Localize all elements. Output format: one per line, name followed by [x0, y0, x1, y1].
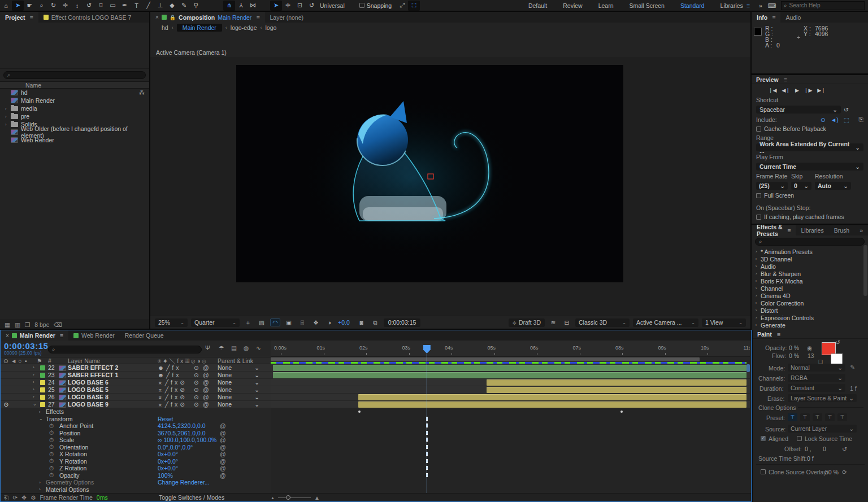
property-pick-whip-icon[interactable]: @ — [220, 458, 226, 465]
clone-preset-2-button[interactable]: ⊤ — [800, 413, 810, 421]
roto-brush-tool[interactable]: ✎ — [178, 1, 190, 11]
layer-label-chip[interactable] — [40, 365, 45, 370]
layer-switches[interactable]: ⌅╱fx⊘ — [158, 401, 187, 408]
property-pick-whip-icon[interactable]: @ — [220, 444, 226, 451]
layer-row[interactable]: ›26LOGO BASE 8⌅╱fx⊘⊙@None⌄ — [1, 394, 271, 401]
property-pick-whip-icon[interactable]: @ — [220, 465, 226, 472]
mask-rect-tool[interactable]: ▭ — [107, 1, 119, 11]
chevron-right-icon[interactable]: › — [754, 286, 758, 291]
property-pick-whip-icon[interactable]: @ — [220, 430, 226, 436]
motion-blur-switch-icon[interactable]: ⊙ — [194, 379, 199, 386]
interpret-footage-icon[interactable]: ▥ — [15, 321, 20, 328]
layer-label-chip[interactable] — [40, 373, 45, 378]
workspace-review[interactable]: Review — [555, 2, 590, 9]
zoom-out-icon[interactable]: ▲ — [271, 496, 275, 500]
panel-menu-icon[interactable]: ≡ — [784, 76, 787, 83]
snapshot-icon[interactable]: ◙ — [357, 319, 367, 326]
project-search-box[interactable]: ⌕ — [3, 71, 146, 79]
resolution-dropdown[interactable]: Quarter⌄ — [191, 318, 240, 327]
overlay-blend-icon[interactable]: ⟳ — [842, 469, 847, 475]
layer-label-chip[interactable] — [40, 395, 45, 400]
effects-category[interactable]: ›Generate — [752, 321, 868, 329]
play-from-dropdown[interactable]: Current Time⌄ — [756, 163, 863, 171]
work-area-bar[interactable] — [271, 357, 700, 361]
snap-along-edges-icon[interactable]: ⤢ — [396, 1, 408, 11]
effects-search-input[interactable] — [765, 239, 861, 245]
region-of-interest-icon[interactable]: ▣ — [284, 319, 294, 326]
layer-name[interactable]: LOGO BASE 8 — [68, 394, 108, 400]
layer-switches[interactable]: ⌅╱fx⊘ — [158, 394, 187, 400]
play-button[interactable]: ▶ — [795, 88, 799, 93]
property-row[interactable]: ⏱Orientation0.0°,0.0°,0.0°@ — [1, 444, 271, 451]
toggle-switches-modes-button[interactable]: Toggle Switches / Modes — [159, 494, 224, 501]
zoom-slider-thumb[interactable] — [286, 495, 290, 500]
timeline-search-input[interactable] — [58, 347, 198, 353]
reset-icon[interactable]: ↺ — [844, 106, 849, 113]
parent-link-dropdown[interactable]: None⌄ — [218, 394, 259, 400]
workspace-overflow-chevron[interactable]: » — [759, 2, 762, 9]
property-row[interactable]: ⌄TransformReset — [1, 416, 271, 423]
last-frame-button[interactable]: ▶❘ — [817, 88, 825, 93]
channel-icon[interactable]: ❖ — [311, 319, 321, 326]
move-time-checkbox[interactable] — [756, 224, 761, 224]
eyedropper-icon[interactable]: ✎ — [850, 364, 855, 370]
chevron-right-icon[interactable]: › — [754, 271, 758, 276]
cache-before-playback-checkbox[interactable] — [756, 126, 761, 132]
mask-visibility-icon[interactable]: ◠ — [270, 318, 280, 326]
workspace-menu-icon[interactable]: ≡ — [747, 2, 750, 9]
puppet-pin-tool[interactable]: ⚲ — [190, 1, 202, 11]
snap-features-icon[interactable]: ⛶ — [408, 1, 420, 11]
project-item[interactable]: hd⁂ — [0, 89, 149, 97]
project-search-input[interactable] — [13, 72, 142, 78]
layer-name[interactable]: LOGO BASE 9 — [68, 401, 108, 408]
motion-blur-switch-icon[interactable]: ⊙ — [194, 394, 199, 400]
parent-pick-whip-icon[interactable]: @ — [203, 379, 209, 386]
property-value[interactable]: 4124.5,2320.0,0.0 — [158, 422, 206, 429]
tab-composition[interactable]: × 🔒 Composition Main Render ≡ — [150, 12, 265, 23]
panel-menu-icon[interactable]: ≡ — [60, 332, 63, 339]
include-audio-icon[interactable]: ◄) — [831, 116, 839, 123]
twirl-icon[interactable]: ⌄ — [39, 416, 43, 421]
project-item[interactable]: ›media — [0, 104, 149, 112]
time-ruler[interactable]: 0:00s01s02s03s04s05s06s07s08s09s10s11s — [271, 341, 750, 357]
rotate-gizmo-tool[interactable]: ↺ — [306, 1, 318, 11]
breadcrumb-logo-edge[interactable]: logo-edge — [231, 24, 257, 31]
effects-category[interactable]: ›Boris FX Mocha — [752, 277, 868, 285]
draft-3d-toggle[interactable]: ⟡ Draft 3D — [509, 318, 545, 327]
project-item[interactable]: Web Older (before I changefd position of… — [0, 128, 149, 136]
clone-source-overlay-checkbox[interactable] — [761, 469, 766, 474]
workspace-small-screen[interactable]: Small Screen — [622, 2, 672, 9]
composition-viewport[interactable] — [150, 57, 750, 316]
effects-category[interactable]: ›Audio — [752, 263, 868, 270]
property-pick-whip-icon[interactable]: @ — [220, 472, 226, 479]
property-row[interactable]: ⏱Opacity100%@ — [1, 472, 271, 479]
parent-pick-whip-icon[interactable]: @ — [203, 386, 209, 393]
parent-pick-whip-icon[interactable]: @ — [203, 394, 209, 400]
panel-menu-icon[interactable]: ≡ — [772, 14, 775, 21]
chevron-right-icon[interactable]: › — [754, 293, 758, 298]
exposure-icon[interactable]: ◑ — [324, 319, 335, 326]
lock-icon[interactable]: 🔒 — [170, 15, 176, 20]
scale-gizmo-tool[interactable]: ⊡ — [294, 1, 306, 11]
chevron-right-icon[interactable]: › — [754, 322, 758, 328]
property-pick-whip-icon[interactable]: @ — [220, 436, 226, 443]
tab-project[interactable]: Project ≡ — [0, 12, 38, 23]
property-row[interactable]: ⏱Y Rotation0x+0.0°@ — [1, 458, 271, 465]
zoom-slider-track[interactable] — [278, 497, 311, 498]
property-row[interactable]: ⏱Scale∞ 100.0,100.0,100.0%@ — [1, 436, 271, 444]
brush-tool[interactable]: ╱ — [142, 1, 154, 11]
timeline-tab-main-render[interactable]: ×Main Render≡ — [1, 330, 68, 341]
first-frame-button[interactable]: ❘◀ — [769, 88, 776, 93]
transparency-grid-icon[interactable]: ▨ — [257, 319, 267, 326]
tab-brush[interactable]: Brush — [829, 225, 854, 235]
stopwatch-icon[interactable]: ⏱ — [49, 457, 54, 465]
panel-overflow-chevron[interactable]: » — [854, 225, 868, 235]
full-screen-checkbox[interactable] — [756, 193, 761, 198]
clone-stamp-tool[interactable]: ⊥ — [154, 1, 166, 11]
exposure-value[interactable]: +0.0 — [338, 319, 350, 326]
hand-tool[interactable]: ☛ — [24, 1, 36, 11]
mode-dropdown[interactable]: Normal⌄ — [788, 364, 845, 372]
property-value[interactable]: 100% — [158, 472, 173, 479]
effects-category[interactable]: ›3D Channel — [752, 255, 868, 263]
effects-category[interactable]: ›Blur & Sharpen — [752, 270, 868, 277]
